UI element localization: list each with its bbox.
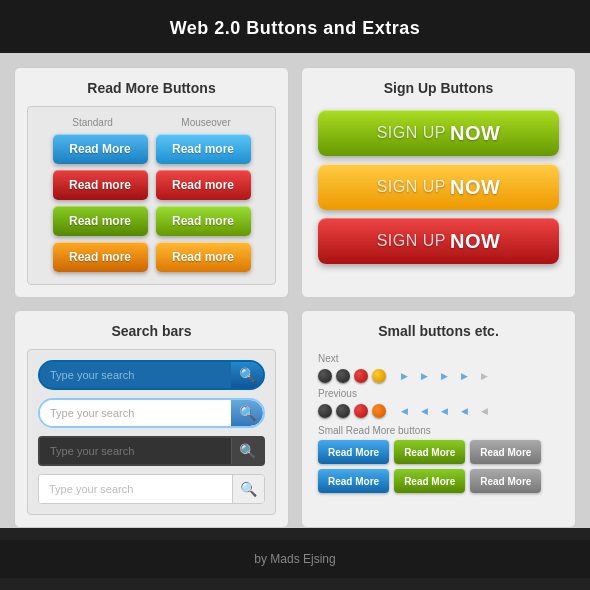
footer: by Mads Ejsing — [0, 540, 590, 578]
btn-row-2: Read more Read more — [38, 170, 265, 200]
signup-orange-now: NOW — [450, 176, 500, 199]
signup-red-button[interactable]: SIGN UP NOW — [318, 218, 559, 264]
next-dots-row: ▶ ▶ ▶ ▶ ▶ — [318, 368, 559, 384]
search-button-dark[interactable]: 🔍 — [231, 438, 263, 464]
search-bar-light: 🔍 — [38, 398, 265, 428]
read-more-title: Read More Buttons — [27, 80, 276, 96]
dot-yellow-1[interactable] — [372, 369, 386, 383]
read-more-green-std[interactable]: Read more — [53, 206, 148, 236]
arrow-prev-4[interactable]: ◀ — [456, 403, 472, 419]
small-btn-gray-1[interactable]: Read More — [470, 440, 541, 464]
signup-inner: SIGN UP NOW SIGN UP NOW SIGN UP NOW — [314, 106, 563, 268]
arrow-prev-3[interactable]: ◀ — [436, 403, 452, 419]
dot-dark-4[interactable] — [336, 404, 350, 418]
search-input-light[interactable] — [40, 400, 231, 426]
read-more-orange-std[interactable]: Read more — [53, 242, 148, 272]
dot-dark-2[interactable] — [336, 369, 350, 383]
small-btn-green-1[interactable]: Read More — [394, 440, 465, 464]
arrow-prev-1[interactable]: ◀ — [396, 403, 412, 419]
small-read-more-label: Small Read More buttons — [318, 425, 559, 436]
next-label: Next — [318, 353, 559, 364]
read-more-green-hover[interactable]: Read more — [156, 206, 251, 236]
read-more-blue-std[interactable]: Read More — [53, 134, 148, 164]
col-standard-label: Standard — [72, 117, 113, 128]
dot-dark-1[interactable] — [318, 369, 332, 383]
small-panel: Small buttons etc. Next ▶ ▶ ▶ ▶ ▶ Previo… — [301, 310, 576, 528]
signup-title: Sign Up Buttons — [314, 80, 563, 96]
small-read-more-row: Read More Read More Read More Read More … — [318, 440, 559, 493]
signup-panel: Sign Up Buttons SIGN UP NOW SIGN UP NOW … — [301, 67, 576, 298]
footer-text: by Mads Ejsing — [254, 552, 335, 566]
btn-row-1: Read More Read more — [38, 134, 265, 164]
page-title: Web 2.0 Buttons and Extras — [170, 18, 421, 38]
search-bar-plain: 🔍 — [38, 474, 265, 504]
signup-red-now: NOW — [450, 230, 500, 253]
arrow-next-5[interactable]: ▶ — [476, 368, 492, 384]
signup-orange-button[interactable]: SIGN UP NOW — [318, 164, 559, 210]
col-mouseover-label: Mouseover — [181, 117, 230, 128]
signup-green-button[interactable]: SIGN UP NOW — [318, 110, 559, 156]
signup-green-now: NOW — [450, 122, 500, 145]
arrow-next-3[interactable]: ▶ — [436, 368, 452, 384]
signup-red-label: SIGN UP — [377, 232, 446, 250]
read-more-red-hover[interactable]: Read more — [156, 170, 251, 200]
read-more-orange-hover[interactable]: Read more — [156, 242, 251, 272]
search-panel: Search bars 🔍 🔍 🔍 🔍 — [14, 310, 289, 528]
search-button-blue[interactable]: 🔍 — [231, 362, 263, 388]
search-button-plain[interactable]: 🔍 — [232, 475, 264, 503]
arrow-next-1[interactable]: ▶ — [396, 368, 412, 384]
dot-orange-1[interactable] — [372, 404, 386, 418]
search-bar-dark: 🔍 — [38, 436, 265, 466]
btn-row-3: Read more Read more — [38, 206, 265, 236]
read-more-panel: Read More Buttons Standard Mouseover Rea… — [14, 67, 289, 298]
arrow-prev-2[interactable]: ◀ — [416, 403, 432, 419]
btn-row-4: Read more Read more — [38, 242, 265, 272]
read-more-red-std[interactable]: Read more — [53, 170, 148, 200]
small-title: Small buttons etc. — [314, 323, 563, 339]
prev-dots-row: ◀ ◀ ◀ ◀ ◀ — [318, 403, 559, 419]
search-inner: 🔍 🔍 🔍 🔍 — [27, 349, 276, 515]
small-btn-gray-2[interactable]: Read More — [470, 469, 541, 493]
signup-orange-label: SIGN UP — [377, 178, 446, 196]
search-input-plain[interactable] — [39, 475, 232, 503]
search-bar-blue: 🔍 — [38, 360, 265, 390]
search-input-blue[interactable] — [40, 362, 231, 388]
search-input-dark[interactable] — [40, 438, 231, 464]
previous-label: Previous — [318, 388, 559, 399]
read-more-blue-hover[interactable]: Read more — [156, 134, 251, 164]
header: Web 2.0 Buttons and Extras — [0, 0, 590, 53]
col-labels: Standard Mouseover — [38, 117, 265, 128]
small-btn-blue-1[interactable]: Read More — [318, 440, 389, 464]
arrow-next-4[interactable]: ▶ — [456, 368, 472, 384]
read-more-inner: Standard Mouseover Read More Read more R… — [27, 106, 276, 285]
dot-red-1[interactable] — [354, 369, 368, 383]
search-title: Search bars — [27, 323, 276, 339]
small-btn-green-2[interactable]: Read More — [394, 469, 465, 493]
arrow-next-2[interactable]: ▶ — [416, 368, 432, 384]
dot-dark-3[interactable] — [318, 404, 332, 418]
arrow-prev-5[interactable]: ◀ — [476, 403, 492, 419]
dot-red-2[interactable] — [354, 404, 368, 418]
small-inner: Next ▶ ▶ ▶ ▶ ▶ Previous ◀ ◀ — [314, 349, 563, 497]
signup-green-label: SIGN UP — [377, 124, 446, 142]
search-button-light[interactable]: 🔍 — [231, 400, 263, 426]
main-content: Read More Buttons Standard Mouseover Rea… — [0, 53, 590, 528]
small-btn-blue-2[interactable]: Read More — [318, 469, 389, 493]
